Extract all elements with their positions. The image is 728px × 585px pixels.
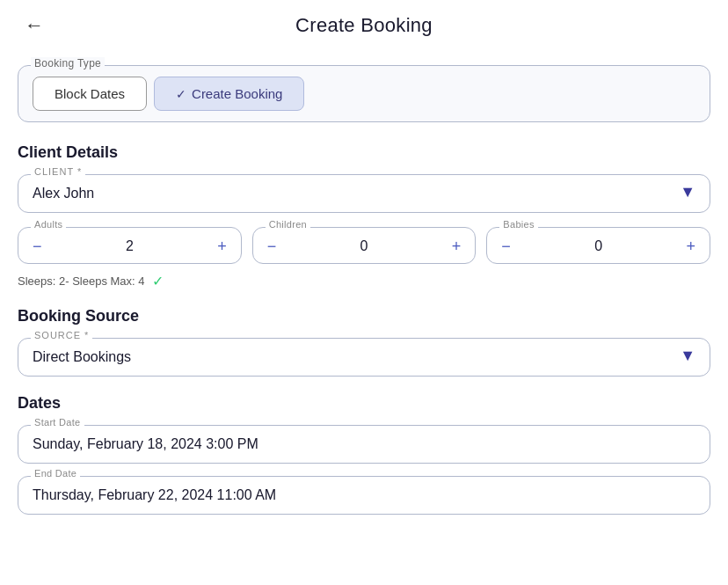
page-title: Create Booking xyxy=(295,14,433,37)
adults-controls: − 2 + xyxy=(29,235,230,254)
sleeps-text: Sleeps: 2- Sleeps Max: 4 xyxy=(18,274,145,288)
client-dropdown-arrow-icon[interactable]: ▼ xyxy=(680,183,695,201)
children-controls: − 0 + xyxy=(264,235,465,254)
source-field-label: SOURCE * xyxy=(31,330,92,340)
dates-title: Dates xyxy=(18,394,710,413)
adults-plus-button[interactable]: + xyxy=(214,238,230,254)
booking-source-section: Booking Source SOURCE * Direct Bookings … xyxy=(18,307,710,377)
babies-plus-button[interactable]: + xyxy=(682,238,699,254)
start-date-value: Sunday, February 18, 2024 3:00 PM xyxy=(33,433,695,452)
children-value: 0 xyxy=(360,238,368,254)
client-details-title: Client Details xyxy=(18,143,710,162)
back-button[interactable]: ← xyxy=(18,11,51,40)
babies-label: Babies xyxy=(499,219,537,230)
booking-type-buttons: Block Dates ✓ Create Booking xyxy=(33,77,695,111)
client-details-section: Client Details CLIENT * Alex John ▼ Adul… xyxy=(18,143,710,289)
children-minus-button[interactable]: − xyxy=(264,238,280,254)
source-dropdown-row: Direct Bookings ▼ xyxy=(33,346,695,365)
end-date-label: End Date xyxy=(31,468,80,479)
booking-type-label: Booking Type xyxy=(31,57,105,69)
children-label: Children xyxy=(266,219,310,230)
sleeps-check-icon: ✓ xyxy=(152,273,164,289)
sleeps-info: Sleeps: 2- Sleeps Max: 4 ✓ xyxy=(18,273,710,289)
adults-minus-button[interactable]: − xyxy=(29,238,46,254)
babies-minus-button[interactable]: − xyxy=(498,238,514,254)
adults-label: Adults xyxy=(31,219,66,230)
checkmark-icon: ✓ xyxy=(176,87,186,101)
source-value: Direct Bookings xyxy=(33,346,131,365)
create-booking-button[interactable]: ✓ Create Booking xyxy=(154,77,304,111)
babies-controls: − 0 + xyxy=(498,235,699,254)
babies-value: 0 xyxy=(594,238,602,254)
stepper-row: Adults − 2 + Children − 0 + xyxy=(18,227,710,264)
start-date-label: Start Date xyxy=(31,417,84,428)
adults-value: 2 xyxy=(126,238,134,254)
children-plus-button[interactable]: + xyxy=(448,238,465,254)
end-date-value: Thursday, February 22, 2024 11:00 AM xyxy=(33,484,695,503)
page-container: ← Create Booking Booking Type Block Date… xyxy=(0,0,728,585)
block-dates-button[interactable]: Block Dates xyxy=(33,77,147,111)
client-field-label: CLIENT * xyxy=(31,166,85,177)
client-field[interactable]: CLIENT * Alex John ▼ xyxy=(18,174,710,213)
adults-stepper: Adults − 2 + xyxy=(18,227,242,264)
client-value: Alex John xyxy=(33,182,94,201)
source-dropdown-arrow-icon[interactable]: ▼ xyxy=(680,347,695,365)
client-dropdown-row: Alex John ▼ xyxy=(33,182,695,201)
main-content: Booking Type Block Dates ✓ Create Bookin… xyxy=(0,51,728,548)
booking-source-title: Booking Source xyxy=(18,307,710,325)
header: ← Create Booking xyxy=(0,0,728,51)
booking-type-section: Booking Type Block Dates ✓ Create Bookin… xyxy=(18,65,710,122)
dates-section: Dates Start Date Sunday, February 18, 20… xyxy=(18,394,710,515)
babies-stepper: Babies − 0 + xyxy=(486,227,710,264)
source-field[interactable]: SOURCE * Direct Bookings ▼ xyxy=(18,338,710,377)
children-stepper: Children − 0 + xyxy=(252,227,477,264)
end-date-field[interactable]: End Date Thursday, February 22, 2024 11:… xyxy=(18,476,710,515)
create-booking-label: Create Booking xyxy=(192,86,282,101)
start-date-field[interactable]: Start Date Sunday, February 18, 2024 3:0… xyxy=(18,425,710,464)
